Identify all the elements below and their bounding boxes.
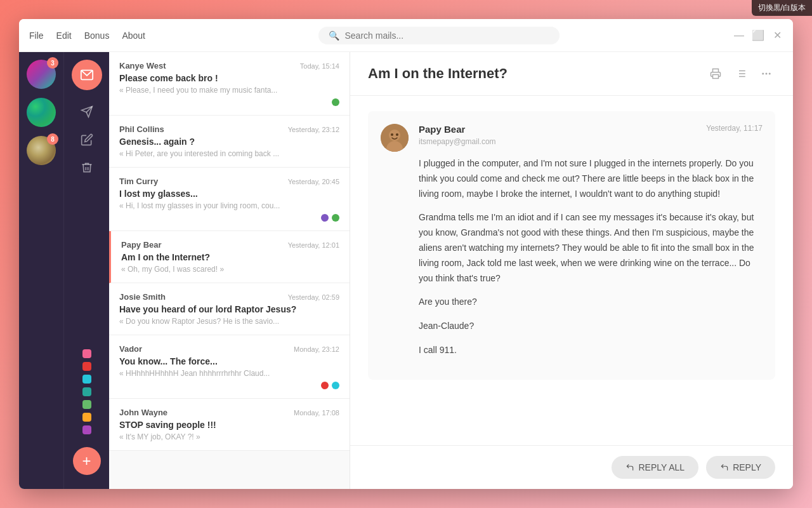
email-sender: Papy Bear [121, 240, 162, 250]
tag-green[interactable] [82, 400, 91, 409]
email-message-card: Papy Bear Yesterday, 11:17 itsmepapy@gma… [368, 111, 775, 380]
email-subject: You know... The force... [119, 356, 339, 366]
reply-label: REPLY [733, 462, 761, 472]
email-subject: Genesis... again ? [119, 137, 339, 147]
email-list-item-email-1[interactable]: Kanye West Today, 15:14 Please come back… [109, 52, 350, 116]
account-item-2[interactable] [27, 98, 56, 127]
email-time: Yesterday, 12:01 [288, 241, 339, 249]
email-item-header: Kanye West Today, 15:14 [119, 61, 339, 70]
message-paragraph: Are you there? [419, 295, 763, 310]
message-date: Yesterday, 11:17 [706, 124, 763, 135]
email-list-item-email-3[interactable]: Tim Curry Yesterday, 20:45 I lost my gla… [109, 168, 350, 231]
svg-point-16 [391, 133, 393, 136]
search-input[interactable] [344, 30, 549, 41]
message-content: Papy Bear Yesterday, 11:17 itsmepapy@gma… [419, 124, 763, 367]
email-preview: « Oh, my God, I was scared! » [121, 265, 339, 274]
email-item-header: Tim Curry Yesterday, 20:45 [119, 177, 339, 186]
svg-point-12 [769, 73, 771, 75]
email-sender: John Wayne [119, 408, 167, 417]
account-item-3[interactable]: 8 [27, 136, 56, 165]
email-preview: « Do you know Raptor Jesus? He is the sa… [119, 317, 339, 326]
menu-about[interactable]: About [122, 28, 145, 43]
tag-red[interactable] [82, 362, 91, 371]
email-time: Yesterday, 23:12 [288, 126, 339, 133]
email-detail-body: Papy Bear Yesterday, 11:17 itsmepapy@gma… [350, 96, 793, 445]
sender-avatar-wrapper [381, 124, 409, 367]
menu-edit[interactable]: Edit [56, 28, 72, 43]
email-tag [332, 214, 339, 222]
window-controls: — ⬜ ✕ [733, 30, 783, 41]
app-window: File Edit Bonus About 🔍 — ⬜ ✕ 3 [19, 19, 793, 489]
email-list-item-email-4[interactable]: Papy Bear Yesterday, 12:01 Am I on the I… [109, 231, 350, 283]
email-item-header: Papy Bear Yesterday, 12:01 [121, 240, 339, 250]
email-tag [321, 382, 329, 389]
tag-purple[interactable] [82, 425, 91, 434]
email-subject: Please come back bro ! [119, 73, 339, 83]
email-subject: STOP saving people !!! [119, 420, 339, 430]
sender-avatar [381, 124, 409, 152]
message-paragraph: Jean-Claude? [419, 319, 763, 334]
nav-sidebar: + [63, 52, 109, 489]
email-subject: Am I on the Internet? [121, 252, 339, 262]
email-item-header: John Wayne Monday, 17:08 [119, 408, 339, 417]
email-detail: Am I on the Internet? [350, 52, 793, 489]
email-detail-header: Am I on the Internet? [350, 52, 793, 96]
email-preview: « HHhhhHHhhhH Jean hhhhrrrhrhhr Claud... [119, 369, 339, 378]
tag-teal[interactable] [82, 387, 91, 396]
close-button[interactable]: ✕ [771, 30, 783, 41]
tag-list [82, 349, 91, 442]
search-bar: 🔍 [158, 27, 721, 44]
tag-cyan[interactable] [82, 375, 91, 384]
menu-bonus[interactable]: Bonus [84, 28, 110, 43]
email-list-item-email-5[interactable]: Josie Smith Yesterday, 02:59 Have you he… [109, 283, 350, 335]
reply-all-button[interactable]: REPLY ALL [612, 456, 698, 479]
email-preview: « It's MY job, OKAY ?! » [119, 432, 339, 441]
add-button[interactable]: + [73, 447, 101, 475]
account-avatar-2 [27, 98, 56, 127]
email-sender: Phil Collins [119, 124, 164, 134]
more-icon[interactable] [757, 65, 775, 83]
reply-button[interactable]: REPLY [706, 456, 775, 479]
title-bar: File Edit Bonus About 🔍 — ⬜ ✕ [19, 19, 793, 52]
svg-point-11 [766, 73, 768, 75]
email-tag [332, 98, 339, 106]
message-meta: Papy Bear Yesterday, 11:17 [419, 124, 763, 135]
email-tags [119, 214, 339, 222]
email-preview: « Please, I need you to make my music fa… [119, 86, 339, 95]
message-paragraph: Grandma tells me I'm an idiot and if I c… [419, 210, 763, 286]
search-icon: 🔍 [329, 30, 339, 41]
email-time: Monday, 17:08 [294, 409, 339, 417]
email-list-item-email-6[interactable]: Vador Monday, 23:12 You know... The forc… [109, 335, 350, 399]
email-time: Monday, 23:12 [294, 345, 339, 353]
tag-yellow[interactable] [82, 413, 91, 422]
email-time: Yesterday, 02:59 [288, 293, 339, 301]
print-icon[interactable] [707, 65, 724, 83]
nav-trash-icon[interactable] [75, 156, 98, 179]
maximize-button[interactable]: ⬜ [752, 30, 764, 41]
email-item-header: Josie Smith Yesterday, 02:59 [119, 292, 339, 302]
accounts-sidebar: 3 8 [19, 52, 63, 489]
list-icon[interactable] [732, 65, 750, 83]
compose-button[interactable] [72, 60, 102, 90]
minimize-button[interactable]: — [733, 30, 745, 41]
account-badge-3: 8 [47, 133, 58, 145]
email-list-item-email-2[interactable]: Phil Collins Yesterday, 23:12 Genesis...… [109, 116, 350, 168]
email-list-item-email-7[interactable]: John Wayne Monday, 17:08 STOP saving peo… [109, 399, 350, 451]
reply-all-label: REPLY ALL [638, 462, 684, 472]
svg-rect-3 [713, 75, 719, 79]
email-tag [332, 382, 339, 389]
nav-send-icon[interactable] [75, 100, 98, 123]
email-time: Yesterday, 20:45 [288, 178, 339, 185]
email-sender: Josie Smith [119, 292, 166, 302]
email-subject: Have you heard of our lord Raptor Jesus? [119, 304, 339, 314]
nav-draft-icon[interactable] [75, 128, 98, 151]
email-sender: Vador [119, 344, 142, 354]
account-item-1[interactable]: 3 [27, 60, 56, 89]
menu-file[interactable]: File [29, 28, 44, 43]
tag-pink[interactable] [82, 349, 91, 358]
email-detail-actions [707, 65, 775, 83]
account-badge-1: 3 [47, 57, 58, 69]
message-paragraph: I call 911. [419, 343, 763, 358]
search-wrapper: 🔍 [318, 27, 560, 44]
email-tag [321, 214, 329, 222]
